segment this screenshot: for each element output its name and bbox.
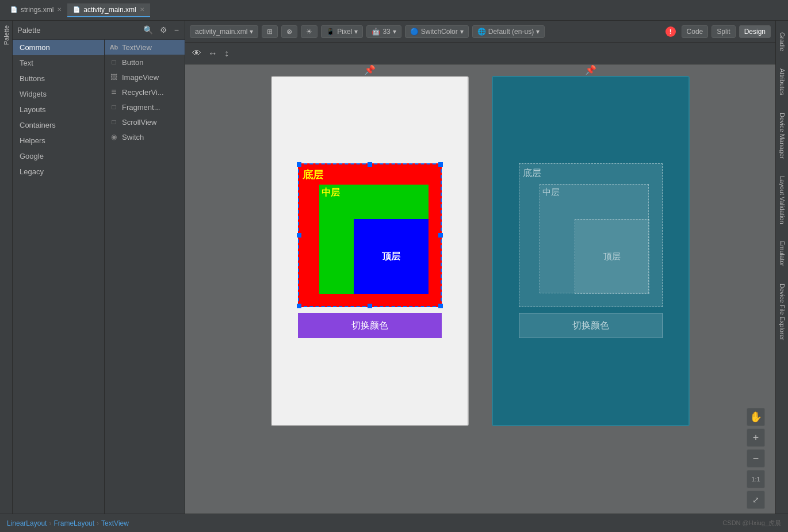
split-btn[interactable]: Split xyxy=(712,25,735,38)
palette-strip-label[interactable]: Palette xyxy=(3,25,10,45)
bottom-layer-text: 底层 xyxy=(303,168,323,182)
zoom-out-btn[interactable]: − xyxy=(747,449,765,468)
layout-validation-label[interactable]: Layout Validation xyxy=(779,176,786,224)
theme-dropdown[interactable]: 🔵 SwitchColor ▾ xyxy=(405,25,469,38)
vertical-arrows-tool[interactable]: ↕ xyxy=(224,48,229,59)
palette-item-recyclerview[interactable]: ≡ RecyclerVi... xyxy=(105,85,185,99)
api-chevron: ▾ xyxy=(393,28,396,36)
zoom-reset-btn[interactable]: 1:1 xyxy=(747,470,765,488)
resize-handle-tl[interactable] xyxy=(297,162,301,167)
palette-item-imageview-label: ImageView xyxy=(122,73,159,82)
hand-tool[interactable]: ✋ xyxy=(747,408,765,426)
attributes-label[interactable]: Attributes xyxy=(779,68,786,95)
device-manager-label[interactable]: Device Manager xyxy=(779,113,786,159)
palette-item-fragment[interactable]: □ Fragment... xyxy=(105,99,185,114)
gear-icon[interactable]: ⚙ xyxy=(159,24,169,36)
globe-icon: 🌐 xyxy=(477,28,486,36)
resize-handle-tc[interactable] xyxy=(368,162,372,167)
blueprint-screen[interactable]: 底层 中层 顶层 切换颜色 xyxy=(493,77,688,425)
category-legacy[interactable]: Legacy xyxy=(13,164,104,179)
tab-strings-xml[interactable]: 📄 strings.xml ✕ xyxy=(5,3,67,17)
zoom-in-btn[interactable]: + xyxy=(747,428,765,447)
switch-color-btn[interactable]: 切换颜色 xyxy=(298,313,442,338)
switch-color-label: 切换颜色 xyxy=(351,320,388,332)
palette-item-button[interactable]: □ Button xyxy=(105,55,185,70)
blueprint-pin: 📌 xyxy=(585,64,596,75)
bp-top-text: 顶层 xyxy=(603,251,621,262)
minimize-icon[interactable]: − xyxy=(173,24,180,36)
category-containers[interactable]: Containers xyxy=(13,117,104,133)
file-icon: 📄 xyxy=(10,6,17,13)
code-btn[interactable]: Code xyxy=(682,25,709,38)
locale-dropdown[interactable]: 🌐 Default (en-us) ▾ xyxy=(472,25,545,38)
file-icon-main: 📄 xyxy=(73,6,80,13)
palette-item-fragment-label: Fragment... xyxy=(122,103,160,112)
category-widgets[interactable]: Widgets xyxy=(13,86,104,102)
sun-btn[interactable]: ☀ xyxy=(301,25,318,38)
design-phone: 底层 中层 xyxy=(271,76,469,426)
resize-handle-bc[interactable] xyxy=(368,304,372,308)
category-layouts[interactable]: Layouts xyxy=(13,102,104,117)
design-screen[interactable]: 底层 中层 xyxy=(272,77,468,425)
breadcrumb-sep-1: › xyxy=(49,519,51,527)
tab-close-main[interactable]: ✕ xyxy=(140,6,144,13)
device-file-explorer-label[interactable]: Device File Explorer xyxy=(779,284,786,340)
category-text[interactable]: Text xyxy=(13,55,104,71)
category-common[interactable]: Common xyxy=(13,40,104,55)
breadcrumb: LinearLayout › FrameLayout › TextView xyxy=(7,519,129,527)
category-helpers[interactable]: Helpers xyxy=(13,133,104,148)
bp-middle-layer[interactable]: 中层 顶层 xyxy=(540,184,649,293)
category-google[interactable]: Google xyxy=(13,148,104,164)
palette-item-textview[interactable]: Ab TextView xyxy=(105,40,185,55)
api-dropdown[interactable]: 🤖 33 ▾ xyxy=(366,25,401,38)
design-toolbar: 👁 ↔ ↕ xyxy=(185,43,775,64)
pixel-dropdown[interactable]: 📱 Pixel ▾ xyxy=(321,25,363,38)
zoom-fit-btn[interactable]: ⤢ xyxy=(747,491,765,509)
design-btn[interactable]: Design xyxy=(739,25,771,38)
magnet-icon: ⊗ xyxy=(286,28,292,36)
breadcrumb-linear[interactable]: LinearLayout xyxy=(7,519,47,527)
gradle-label[interactable]: Gradle xyxy=(779,32,786,51)
pixel-chevron: ▾ xyxy=(354,28,358,36)
layers-btn[interactable]: ⊞ xyxy=(262,25,278,38)
magnet-btn[interactable]: ⊗ xyxy=(281,25,297,38)
breadcrumb-sep-2: › xyxy=(97,519,99,527)
sun-icon: ☀ xyxy=(306,28,312,36)
search-icon[interactable]: 🔍 xyxy=(142,24,154,36)
palette-item-switch[interactable]: ◉ Switch xyxy=(105,129,185,144)
file-label: activity_main.xml xyxy=(195,28,247,36)
locale-label: Default (en-us) xyxy=(488,28,534,36)
blueprint-device-wrapper: 📌 底层 中层 顶层 xyxy=(492,76,690,426)
design-pin: 📌 xyxy=(364,64,376,75)
resize-handle-ml[interactable] xyxy=(297,233,301,238)
theme-chevron: ▾ xyxy=(460,28,464,36)
breadcrumb-textview[interactable]: TextView xyxy=(101,519,129,527)
tab-close-strings[interactable]: ✕ xyxy=(57,6,62,13)
middle-layer[interactable]: 中层 顶层 xyxy=(319,185,429,294)
palette-panel: Palette 🔍 ⚙ − Common Text Buttons Widget… xyxy=(13,21,185,514)
resize-handle-bl[interactable] xyxy=(297,304,301,308)
bottom-layer[interactable]: 底层 中层 xyxy=(298,163,442,307)
emulator-label[interactable]: Emulator xyxy=(779,241,786,266)
bp-switch-btn[interactable]: 切换颜色 xyxy=(519,313,663,338)
bp-bottom-layer[interactable]: 底层 中层 顶层 xyxy=(519,163,663,307)
eye-tool[interactable]: 👁 xyxy=(192,48,201,59)
resize-handle-tr[interactable] xyxy=(438,162,443,167)
canvas-area[interactable]: 📌 底层 xyxy=(185,64,775,514)
watermark: CSDN @Hxiug_虎晨 xyxy=(722,519,781,527)
code-label: Code xyxy=(687,28,703,36)
bp-top-layer[interactable]: 顶层 xyxy=(575,219,649,294)
palette-content: Common Text Buttons Widgets Layouts Cont… xyxy=(13,40,185,514)
resize-handle-br[interactable] xyxy=(438,304,443,308)
breadcrumb-frame[interactable]: FrameLayout xyxy=(53,519,94,527)
file-dropdown[interactable]: activity_main.xml ▾ xyxy=(190,25,258,38)
resize-handle-mr[interactable] xyxy=(438,233,443,238)
palette-item-imageview[interactable]: 🖼 ImageView xyxy=(105,70,185,85)
palette-item-scrollview[interactable]: □ ScrollView xyxy=(105,114,185,129)
tab-activity-main[interactable]: 📄 activity_main.xml ✕ xyxy=(67,3,150,17)
error-badge[interactable]: ! xyxy=(665,26,676,37)
category-buttons[interactable]: Buttons xyxy=(13,71,104,86)
top-layer[interactable]: 顶层 xyxy=(354,219,429,294)
palette-items-list: Ab TextView □ Button 🖼 ImageView ≡ Recyc… xyxy=(105,40,185,514)
horizontal-arrows-tool[interactable]: ↔ xyxy=(208,48,217,59)
